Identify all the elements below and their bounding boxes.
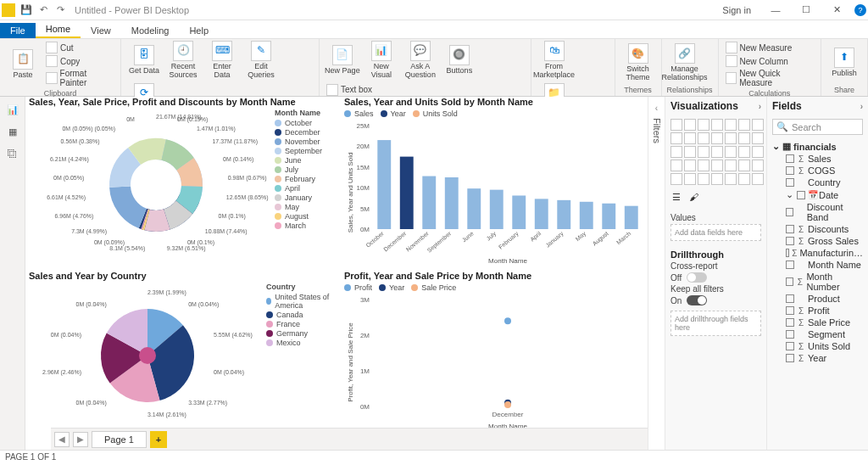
viz-type-tile[interactable]: [738, 173, 750, 185]
ask-question-button[interactable]: 💬Ask A Question: [403, 41, 438, 80]
field-node[interactable]: ΣCOGS: [772, 165, 863, 176]
legend-item[interactable]: March: [275, 221, 337, 230]
field-checkbox[interactable]: [786, 208, 793, 216]
viz-type-tile[interactable]: [752, 119, 764, 131]
page-next-button[interactable]: ▶: [73, 432, 88, 447]
field-checkbox[interactable]: [786, 342, 794, 350]
legend-item[interactable]: Year: [381, 109, 406, 118]
add-page-button[interactable]: +: [150, 431, 167, 448]
tab-view[interactable]: View: [81, 23, 121, 38]
viz-type-tile[interactable]: [738, 119, 750, 131]
field-checkbox[interactable]: [786, 354, 794, 362]
buttons-button[interactable]: 🔘Buttons: [442, 45, 477, 76]
close-button[interactable]: ✕: [824, 0, 849, 20]
viz-type-tile[interactable]: [752, 173, 764, 185]
sign-in-link[interactable]: Sign in: [722, 5, 751, 15]
legend-item[interactable]: Sales: [344, 109, 374, 118]
viz-type-tile[interactable]: [752, 160, 764, 171]
viz-type-tile[interactable]: [752, 146, 764, 158]
fields-well-icon[interactable]: ☰: [672, 192, 681, 203]
legend-item[interactable]: October: [275, 119, 337, 127]
viz-type-tile[interactable]: [711, 119, 723, 131]
field-checkbox[interactable]: [786, 249, 789, 257]
viz-type-tile[interactable]: [711, 160, 723, 171]
keep-filters-toggle[interactable]: [687, 295, 707, 305]
viz-type-tile[interactable]: [684, 146, 696, 158]
legend-item[interactable]: August: [275, 212, 337, 221]
field-node[interactable]: ΣSale Price: [772, 317, 863, 328]
cross-report-toggle[interactable]: [687, 272, 707, 283]
maximize-button[interactable]: ☐: [793, 0, 819, 20]
new-quick-measure-button[interactable]: New Quick Measure: [724, 68, 815, 88]
field-checkbox[interactable]: [786, 318, 794, 327]
values-well[interactable]: Add data fields here: [670, 224, 761, 241]
legend-item[interactable]: Year: [379, 283, 404, 292]
viz-type-tile[interactable]: [670, 160, 682, 171]
minimize-button[interactable]: —: [763, 0, 788, 20]
viz-type-tile[interactable]: [725, 119, 737, 131]
field-node[interactable]: ΣDiscounts: [772, 223, 863, 235]
viz-type-tile[interactable]: [698, 173, 709, 185]
format-painter-button[interactable]: Format Painter: [44, 68, 115, 88]
legend-item[interactable]: Units Sold: [413, 109, 458, 118]
cut-button[interactable]: Cut: [44, 41, 75, 54]
viz-type-tile[interactable]: [684, 173, 696, 185]
viz-type-tile[interactable]: [684, 119, 696, 131]
paste-button[interactable]: 📋Paste: [5, 49, 41, 80]
data-view-icon[interactable]: ▦: [5, 124, 20, 139]
field-node[interactable]: Discount Band: [772, 201, 863, 223]
redo-icon[interactable]: ↷: [53, 3, 68, 18]
new-column-button[interactable]: New Column: [724, 54, 790, 68]
field-checkbox[interactable]: [786, 294, 794, 303]
legend-item[interactable]: Sale Price: [411, 283, 456, 292]
new-measure-button[interactable]: New Measure: [724, 41, 794, 54]
viz-type-tile[interactable]: [711, 173, 723, 185]
legend-item[interactable]: September: [275, 147, 337, 155]
field-node[interactable]: ΣSales: [772, 153, 863, 165]
legend-item[interactable]: Germany: [266, 329, 339, 338]
field-node[interactable]: ΣUnits Sold: [772, 340, 863, 352]
legend-item[interactable]: June: [275, 156, 337, 165]
field-checkbox[interactable]: [786, 237, 794, 245]
viz-type-tile[interactable]: [725, 146, 737, 158]
field-checkbox[interactable]: [786, 166, 794, 175]
viz-type-tile[interactable]: [698, 146, 709, 158]
undo-icon[interactable]: ↶: [36, 3, 51, 18]
model-view-icon[interactable]: ⿻: [5, 146, 20, 161]
field-node[interactable]: Product: [772, 293, 863, 305]
chevron-right-icon[interactable]: ›: [759, 102, 761, 111]
field-node[interactable]: ΣYear: [772, 352, 863, 364]
textbox-button[interactable]: Text box: [325, 83, 374, 97]
report-view-icon[interactable]: 📊: [5, 102, 20, 117]
viz-type-tile[interactable]: [684, 160, 696, 171]
field-node[interactable]: Month Name: [772, 259, 863, 271]
field-node[interactable]: Segment: [772, 328, 863, 340]
field-checkbox[interactable]: [786, 277, 793, 286]
viz-type-tile[interactable]: [670, 119, 682, 131]
viz-pie-sales-by-country[interactable]: Sales and Year by Country 2.39M (1.99%)0…: [29, 271, 342, 432]
viz-bar-sales-by-month[interactable]: Sales, Year and Units Sold by Month Name…: [344, 97, 648, 266]
viz-type-tile[interactable]: [738, 132, 750, 144]
legend-item[interactable]: July: [275, 165, 337, 174]
viz-type-tile[interactable]: [725, 160, 737, 171]
chevron-right-icon[interactable]: ›: [860, 102, 863, 111]
tab-file[interactable]: File: [0, 23, 36, 38]
legend-item[interactable]: Canada: [266, 311, 339, 319]
tab-help[interactable]: Help: [179, 23, 219, 38]
viz-type-tile[interactable]: [698, 160, 709, 171]
copy-button[interactable]: Copy: [44, 54, 81, 68]
enter-data-button[interactable]: ⌨Enter Data: [204, 41, 240, 80]
manage-relationships-button[interactable]: 🔗Manage Relationships: [667, 43, 703, 82]
help-icon[interactable]: ?: [854, 4, 866, 16]
page-prev-button[interactable]: ◀: [54, 432, 70, 447]
field-node[interactable]: ⌄📅Date: [772, 188, 863, 201]
field-node[interactable]: ΣMonth Number: [772, 271, 863, 293]
viz-scatter-profit-by-month[interactable]: Profit, Year and Sale Price by Month Nam…: [344, 271, 648, 432]
fields-search-input[interactable]: 🔍Search: [772, 119, 863, 135]
tab-modeling[interactable]: Modeling: [121, 23, 180, 38]
new-visual-button[interactable]: 📊New Visual: [364, 41, 399, 80]
viz-type-tile[interactable]: [725, 132, 737, 144]
tab-home[interactable]: Home: [36, 21, 81, 38]
viz-type-tile[interactable]: [752, 132, 764, 144]
format-well-icon[interactable]: 🖌: [689, 192, 698, 203]
